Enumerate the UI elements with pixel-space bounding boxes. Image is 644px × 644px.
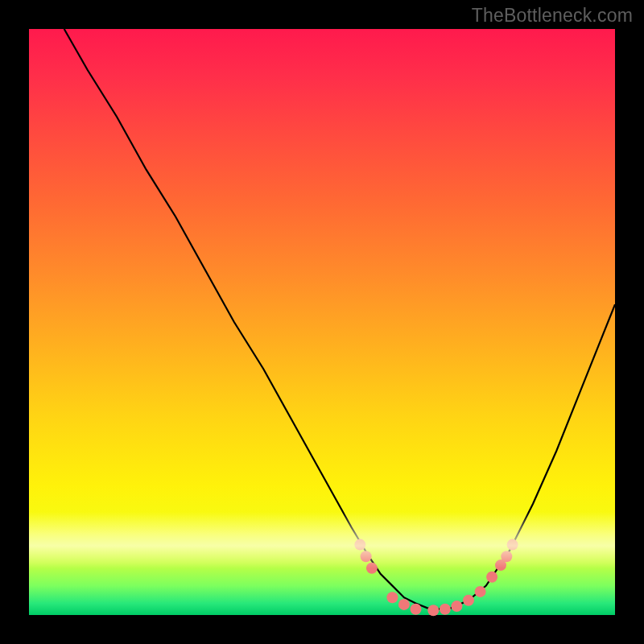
watermark-text: TheBottleneck.com — [472, 5, 633, 27]
curve-markers — [354, 539, 518, 617]
curve-marker — [475, 586, 486, 597]
curve-layer — [29, 29, 615, 615]
curve-marker — [440, 604, 451, 615]
curve-marker — [411, 604, 422, 615]
curve-marker — [451, 601, 462, 612]
curve-marker — [463, 595, 474, 606]
curve-marker — [501, 551, 512, 562]
curve-marker — [366, 563, 378, 574]
curve-marker — [361, 551, 372, 562]
curve-marker — [354, 539, 365, 551]
curve-marker — [507, 539, 518, 551]
plot-area — [29, 29, 615, 615]
curve-marker — [398, 599, 410, 610]
curve-marker — [427, 605, 439, 616]
main-curve — [64, 29, 615, 609]
curve-marker — [386, 592, 398, 603]
curve-marker — [486, 572, 497, 583]
chart-frame: TheBottleneck.com — [0, 0, 644, 644]
